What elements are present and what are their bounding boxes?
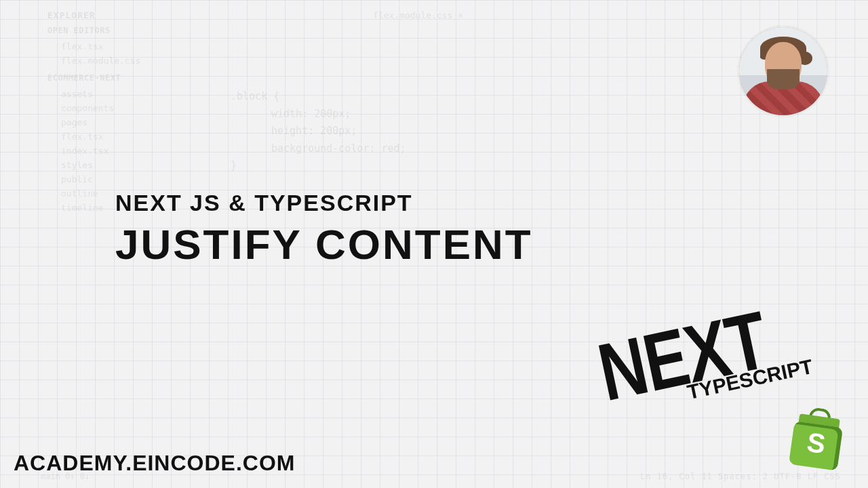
footer-url: ACADEMY.EINCODE.COM [14,451,295,476]
explorer-heading: EXPLORER [47,10,210,20]
course-subtitle: NEXT JS & TYPESCRIPT [115,190,533,216]
tree-item: styles [47,158,210,172]
shopify-bag-icon: S [789,411,844,470]
code-line: .block { [231,88,406,106]
tree-item: components [47,101,210,115]
open-editor-item: flex.tsx [47,39,210,54]
tree-item: index.tsx [47,144,210,158]
tree-item: flex.tsx [47,129,210,144]
open-editor-item: flex.module.css [47,54,210,68]
title-block: NEXT JS & TYPESCRIPT JUSTIFY CONTENT [115,190,533,268]
project-heading: ECOMMERCE-NEXT [47,73,210,83]
tree-item: public [47,172,210,186]
editor-tab: flex.module.css × [373,10,463,20]
code-line: width: 200px; [231,106,406,123]
code-line: } [231,157,406,175]
code-line: height: 200px; [231,123,406,140]
code-line: background-color: red; [231,140,406,158]
open-editors-heading: OPEN EDITORS [47,26,210,35]
presenter-avatar [739,27,827,115]
tree-item: pages [47,115,210,129]
tree-item: assets [47,87,210,101]
lesson-title: JUSTIFY CONTENT [115,220,533,268]
